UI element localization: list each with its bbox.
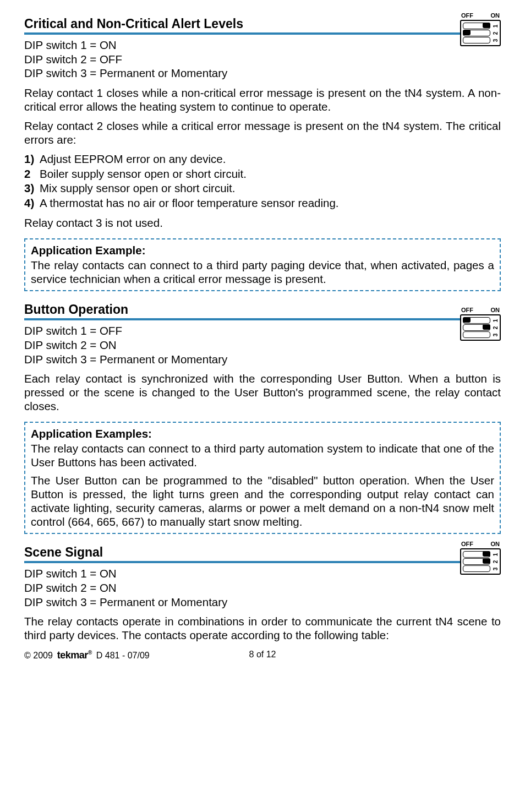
callout-button: Application Examples: The relay contacts… [24, 422, 501, 534]
dip-line: DIP switch 3 = Permanent or Momentary [24, 352, 501, 367]
doc-number: D 481 - 07/09 [96, 651, 150, 661]
dip-on-label: ON [491, 307, 500, 313]
callout-title: Application Examples: [31, 427, 494, 440]
brand-logo: tekmar® [57, 650, 92, 661]
callout-text: The User Button can be programmed to the… [31, 473, 494, 528]
paragraph: Relay contact 2 closes while a critical … [24, 119, 501, 146]
dip-on-label: ON [491, 12, 500, 19]
paragraph: Each relay contact is synchronized with … [24, 372, 501, 413]
dip-off-label: OFF [461, 12, 473, 19]
paragraph: Relay contact 1 closes while a non-criti… [24, 86, 501, 113]
dip-line: DIP switch 2 = ON [24, 338, 501, 352]
dip-line: DIP switch 3 = Permanent or Momentary [24, 595, 501, 609]
dip-line: DIP switch 2 = ON [24, 581, 501, 595]
dip-line: DIP switch 2 = OFF [24, 52, 501, 67]
list-item: 1)Adjust EEPROM error on any device. [24, 152, 501, 167]
section-title-critical: Critical and Non-Critical Alert Levels [24, 17, 501, 35]
dip-diagram-scene: OFF ON 1 2 3 [460, 541, 501, 575]
dip-line: DIP switch 1 = OFF [24, 324, 501, 338]
dip-line: DIP switch 3 = Permanent or Momentary [24, 66, 501, 80]
dip-off-label: OFF [461, 307, 473, 313]
dip-line: DIP switch 1 = ON [24, 566, 501, 581]
list-item: 2Boiler supply sensor open or short circ… [24, 167, 501, 182]
dip-line: DIP switch 1 = ON [24, 38, 501, 52]
dip-settings-scene: DIP switch 1 = ON DIP switch 2 = ON DIP … [24, 566, 501, 609]
callout-title: Application Example: [31, 244, 494, 257]
error-list: 1)Adjust EEPROM error on any device. 2Bo… [24, 152, 501, 211]
paragraph: The relay contacts operate in combinatio… [24, 614, 501, 642]
callout-text: The relay contacts can connect to a thir… [31, 442, 494, 469]
callout-text: The relay contacts can connect to a thir… [31, 258, 494, 286]
dip-diagram-button: OFF ON 1 2 3 [460, 307, 501, 341]
section-title-scene: Scene Signal [24, 545, 501, 563]
footer: © 2009 tekmar® D 481 - 07/09 8 of 12 [24, 650, 501, 661]
dip-settings-critical: DIP switch 1 = ON DIP switch 2 = OFF DIP… [24, 38, 501, 80]
list-item: 3)Mix supply sensor open or short circui… [24, 181, 501, 196]
page-number: 8 of 12 [249, 650, 276, 660]
section-title-button: Button Operation [24, 302, 501, 320]
dip-on-label: ON [491, 541, 500, 547]
dip-off-label: OFF [461, 541, 473, 547]
paragraph: Relay contact 3 is not used. [24, 216, 501, 230]
dip-diagram-critical: OFF ON 1 2 3 [460, 12, 501, 46]
copyright: © 2009 [24, 651, 53, 661]
section-critical-header: Critical and Non-Critical Alert Levels O… [24, 17, 501, 35]
section-button-header: Button Operation OFF ON 1 2 3 [24, 302, 501, 320]
section-scene-header: Scene Signal OFF ON 1 2 3 [24, 545, 501, 563]
list-item: 4)A thermostat has no air or floor tempe… [24, 196, 501, 211]
dip-settings-button: DIP switch 1 = OFF DIP switch 2 = ON DIP… [24, 324, 501, 366]
callout-critical: Application Example: The relay contacts … [24, 238, 501, 291]
